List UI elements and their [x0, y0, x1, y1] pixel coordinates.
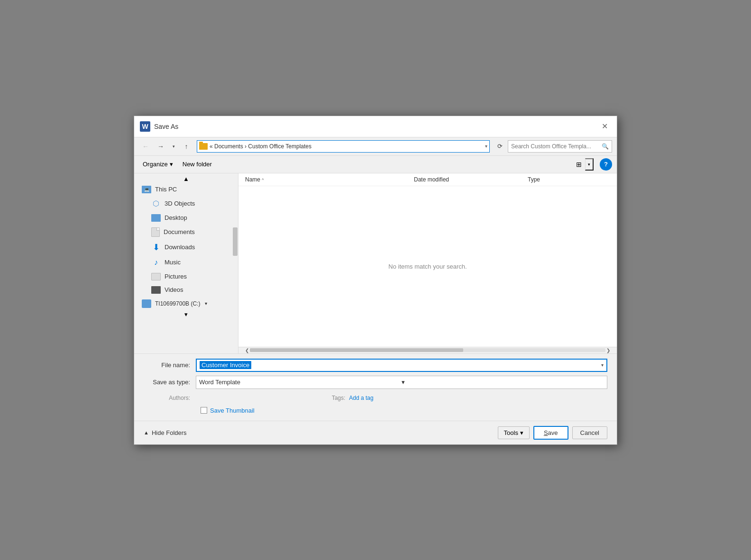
filename-label: File name: — [144, 361, 196, 369]
col-header-date[interactable]: Date modified — [412, 175, 526, 184]
sidebar-item-drive[interactable]: TI10699700B (C:) ▾ — [134, 297, 238, 311]
address-dropdown-icon[interactable]: ▾ — [485, 144, 487, 149]
authors-label: Authors: — [144, 395, 196, 401]
tools-label: Tools — [504, 429, 518, 436]
horiz-scroll-track — [250, 348, 605, 352]
navigation-toolbar: ← → ▾ ↑ « Documents › Custom Office Temp… — [134, 137, 617, 156]
sidebar-scroll-up[interactable]: ▲ — [134, 175, 238, 183]
thumbnail-row: Save Thumbnail — [144, 403, 607, 416]
videos-icon — [151, 286, 161, 294]
sidebar-item-music[interactable]: ♪ Music — [134, 255, 238, 270]
filetype-label: Save as type: — [144, 379, 196, 386]
col-name-sort-icon: ^ — [262, 178, 264, 182]
sidebar-item-documents[interactable]: Documents — [134, 225, 238, 240]
sidebar-item-downloads[interactable]: ⬇ Downloads — [134, 240, 238, 255]
refresh-button[interactable]: ⟳ — [494, 140, 506, 153]
thumbnail-label[interactable]: Save Thumbnail — [210, 407, 255, 414]
sidebar-videos-label: Videos — [165, 286, 183, 293]
help-button[interactable]: ? — [600, 158, 612, 171]
hide-folders-chevron-icon: ▲ — [144, 430, 149, 435]
search-bar[interactable]: 🔍 — [508, 140, 612, 153]
filename-input-wrap[interactable]: Customer Invoice ▾ — [196, 359, 607, 372]
sidebar-item-pictures[interactable]: Pictures — [134, 270, 238, 283]
sidebar-item-3dobjects[interactable]: ⬡ 3D Objects — [134, 196, 238, 211]
view-options-button[interactable]: ⊞ ▾ — [572, 158, 594, 171]
save-button[interactable]: Save — [533, 426, 568, 440]
filename-selected-text: Customer Invoice — [200, 361, 251, 369]
sidebar-scroll-down[interactable]: ▾ — [134, 311, 238, 318]
view-icon-button[interactable]: ⊞ — [573, 158, 585, 171]
folder-icon — [199, 143, 208, 150]
filetype-select-wrap[interactable]: Word Template ▾ — [196, 376, 607, 389]
dialog-footer: ▲ Hide Folders Tools ▾ Save Cancel — [134, 421, 617, 444]
organize-arrow-icon: ▾ — [170, 161, 173, 168]
thumbnail-checkbox[interactable] — [201, 407, 207, 414]
col-type-label: Type — [528, 176, 540, 183]
sidebar-item-thispc[interactable]: 💻 This PC — [134, 183, 238, 196]
col-name-label: Name — [245, 176, 260, 183]
sidebar-3dobjects-label: 3D Objects — [165, 200, 195, 207]
empty-message-text: No items match your search. — [388, 263, 467, 270]
address-bar[interactable]: « Documents › Custom Office Templates ▾ — [197, 140, 490, 153]
sidebar-item-desktop[interactable]: Desktop — [134, 211, 238, 225]
filename-dropdown-icon[interactable]: ▾ — [601, 362, 604, 368]
organize-button[interactable]: Organize ▾ — [139, 159, 177, 169]
action-bar: Organize ▾ New folder ⊞ ▾ ? — [134, 156, 617, 173]
history-dropdown-button[interactable]: ▾ — [169, 140, 178, 153]
new-folder-button[interactable]: New folder — [179, 159, 216, 169]
save-label: Save — [544, 429, 558, 436]
search-icon: 🔍 — [602, 143, 609, 150]
drive-icon — [142, 299, 151, 308]
col-header-type[interactable]: Type — [526, 175, 612, 184]
view-dropdown-button[interactable]: ▾ — [585, 158, 594, 171]
file-list: Name ^ Date modified Type No items match… — [238, 173, 617, 353]
horiz-scroll-left-button[interactable]: ❮ — [245, 348, 249, 353]
column-headers: Name ^ Date modified Type — [238, 173, 617, 186]
tags-label: Tags: — [332, 395, 346, 401]
tools-button[interactable]: Tools ▾ — [498, 426, 530, 439]
sidebar-item-videos[interactable]: Videos — [134, 283, 238, 297]
main-area: ▲ 💻 This PC ⬡ 3D Objects Desktop Documen… — [134, 173, 617, 353]
sidebar-music-label: Music — [165, 259, 181, 266]
sidebar-thispc-label: This PC — [155, 186, 177, 193]
sidebar-drive-label: TI10699700B (C:) — [155, 300, 200, 307]
sidebar-documents-label: Documents — [164, 228, 195, 235]
sidebar: ▲ 💻 This PC ⬡ 3D Objects Desktop Documen… — [134, 173, 238, 353]
dialog-title: Save As — [154, 123, 598, 130]
music-icon: ♪ — [151, 258, 161, 267]
filetype-dropdown-icon[interactable]: ▾ — [402, 379, 604, 386]
sidebar-downloads-label: Downloads — [165, 244, 195, 251]
col-header-name[interactable]: Name ^ — [243, 175, 412, 184]
horizontal-scrollbar[interactable]: ❮ ❯ — [238, 347, 617, 353]
file-empty-message: No items match your search. — [238, 186, 617, 347]
title-bar: W Save As ✕ — [134, 116, 617, 137]
horiz-scroll-right-button[interactable]: ❯ — [606, 348, 610, 353]
sidebar-pictures-label: Pictures — [165, 273, 187, 280]
forward-button[interactable]: → — [154, 140, 167, 153]
back-button[interactable]: ← — [139, 140, 152, 153]
desktop-icon — [151, 214, 161, 222]
horiz-scroll-thumb — [250, 348, 463, 352]
sidebar-drive-chevron[interactable]: ▾ — [205, 301, 207, 306]
meta-row: Authors: Tags: Add a tag — [144, 393, 607, 403]
add-tag-button[interactable]: Add a tag — [349, 395, 373, 401]
this-pc-icon: 💻 — [142, 186, 151, 193]
downloads-icon: ⬇ — [151, 243, 161, 252]
filetype-value: Word Template — [199, 379, 402, 386]
tools-arrow-icon: ▾ — [520, 429, 523, 436]
hide-folders-button[interactable]: ▲ Hide Folders — [144, 429, 187, 436]
up-button[interactable]: ↑ — [180, 140, 193, 153]
filename-row: File name: Customer Invoice ▾ — [144, 359, 607, 372]
filetype-row: Save as type: Word Template ▾ — [144, 376, 607, 389]
save-as-dialog: W Save As ✕ ← → ▾ ↑ « Documents › Custom… — [134, 116, 617, 445]
3dobjects-icon: ⬡ — [151, 199, 161, 208]
address-text: « Documents › Custom Office Templates — [210, 143, 485, 150]
pictures-icon — [151, 273, 161, 280]
hide-folders-label: Hide Folders — [152, 429, 187, 436]
close-button[interactable]: ✕ — [598, 120, 611, 133]
bottom-form: File name: Customer Invoice ▾ Save as ty… — [134, 353, 617, 421]
col-date-label: Date modified — [414, 176, 449, 183]
cancel-button[interactable]: Cancel — [572, 426, 607, 439]
search-input[interactable] — [511, 143, 602, 150]
organize-label: Organize — [143, 161, 168, 168]
